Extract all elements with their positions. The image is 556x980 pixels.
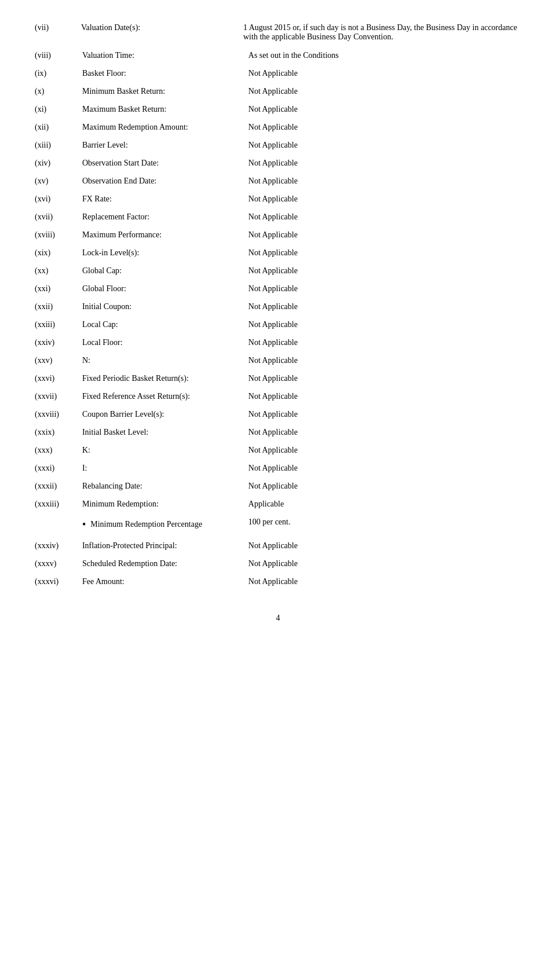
row-value: As set out in the Conditions: [248, 46, 521, 64]
row-num: (x): [35, 82, 82, 100]
row-num: (xxxi): [35, 459, 82, 477]
table-row: (xii)Maximum Redemption Amount:Not Appli…: [35, 118, 521, 136]
table-row: (xxvi)Fixed Periodic Basket Return(s):No…: [35, 369, 521, 387]
row-value: Not Applicable: [248, 100, 521, 118]
row-value: Not Applicable: [248, 64, 521, 82]
row-label: Inflation-Protected Principal:: [82, 537, 248, 555]
row-value: Not Applicable: [248, 262, 521, 280]
row-label: Barrier Level:: [82, 136, 248, 154]
row-num: (xxviii): [35, 405, 82, 423]
row-num: (xx): [35, 262, 82, 280]
table-row: (xxxv)Scheduled Redemption Date:Not Appl…: [35, 555, 521, 572]
row-value: Not Applicable: [248, 226, 521, 244]
row-label: I:: [82, 459, 248, 477]
row-label: Coupon Barrier Level(s):: [82, 405, 248, 423]
row-value: Not Applicable: [248, 172, 521, 190]
row-label: Scheduled Redemption Date:: [82, 555, 248, 572]
row-num: (xxxiv): [35, 537, 82, 555]
table-row: (xv)Observation End Date:Not Applicable: [35, 172, 521, 190]
table-row: (ix)Basket Floor:Not Applicable: [35, 64, 521, 82]
row-label: Rebalancing Date:: [82, 477, 248, 495]
row-num: (xvii): [35, 208, 82, 226]
table-row: (xxx)K:Not Applicable: [35, 441, 521, 459]
table-row: (viii)Valuation Time:As set out in the C…: [35, 46, 521, 64]
row-num: (xxiv): [35, 333, 82, 351]
row-label: Observation End Date:: [82, 172, 248, 190]
bullet-row: •Minimum Redemption Percentage100 per ce…: [35, 513, 521, 537]
table-row: (xxxi)I:Not Applicable: [35, 459, 521, 477]
row-num: (xxxiii): [35, 495, 82, 513]
table-row: (xxxiv)Inflation-Protected Principal:Not…: [35, 537, 521, 555]
row-value: Not Applicable: [248, 280, 521, 298]
table-row: (xix)Lock-in Level(s):Not Applicable: [35, 244, 521, 262]
row-value: Not Applicable: [248, 555, 521, 572]
row-value: Applicable: [248, 495, 521, 513]
table-row: (xxvii)Fixed Reference Asset Return(s):N…: [35, 387, 521, 405]
row-label: K:: [82, 441, 248, 459]
row-label: Replacement Factor:: [82, 208, 248, 226]
bullet-dot-icon: •: [82, 518, 86, 531]
row-num: (viii): [35, 46, 82, 64]
row-num: (xxxvi): [35, 572, 82, 590]
row-value: Not Applicable: [248, 351, 521, 369]
row-value: Not Applicable: [248, 333, 521, 351]
row-num: (xiv): [35, 154, 82, 172]
table-row: (x)Minimum Basket Return:Not Applicable: [35, 82, 521, 100]
row-label: Fixed Periodic Basket Return(s):: [82, 369, 248, 387]
row-num: (xi): [35, 100, 82, 118]
table-row: (xxv)N:Not Applicable: [35, 351, 521, 369]
row-num: (xxii): [35, 298, 82, 315]
table-row: (xxviii)Coupon Barrier Level(s):Not Appl…: [35, 405, 521, 423]
row-label: N:: [82, 351, 248, 369]
row-label: FX Rate:: [82, 190, 248, 208]
row-label: Initial Basket Level:: [82, 423, 248, 441]
row-value: Not Applicable: [248, 82, 521, 100]
row-label: Fixed Reference Asset Return(s):: [82, 387, 248, 405]
page-number: 4: [35, 614, 521, 623]
table-row: (xxix)Initial Basket Level:Not Applicabl…: [35, 423, 521, 441]
row-value-vii: 1 August 2015 or, if such day is not a B…: [243, 23, 521, 42]
table-row: (xiii)Barrier Level:Not Applicable: [35, 136, 521, 154]
row-label-vii: Valuation Date(s):: [81, 23, 243, 42]
row-num: (xix): [35, 244, 82, 262]
row-num: (xii): [35, 118, 82, 136]
table-row: (xvi)FX Rate:Not Applicable: [35, 190, 521, 208]
row-num: (xxxv): [35, 555, 82, 572]
row-label: Local Cap:: [82, 315, 248, 333]
table-row: (xxiii)Local Cap:Not Applicable: [35, 315, 521, 333]
row-value: Not Applicable: [248, 441, 521, 459]
bullet-empty-num: [35, 513, 82, 537]
table-row: (xiv)Observation Start Date:Not Applicab…: [35, 154, 521, 172]
table-row: (xvii)Replacement Factor:Not Applicable: [35, 208, 521, 226]
table-row: (xxiv)Local Floor:Not Applicable: [35, 333, 521, 351]
row-num: (xiii): [35, 136, 82, 154]
row-label: Valuation Time:: [82, 46, 248, 64]
row-num: (xxv): [35, 351, 82, 369]
table-row: (xxi)Global Floor:Not Applicable: [35, 280, 521, 298]
row-label: Global Floor:: [82, 280, 248, 298]
row-value: Not Applicable: [248, 118, 521, 136]
row-label: Minimum Basket Return:: [82, 82, 248, 100]
row-label: Maximum Performance:: [82, 226, 248, 244]
row-value: Not Applicable: [248, 423, 521, 441]
row-label: Local Floor:: [82, 333, 248, 351]
table-row: (xxxiii)Minimum Redemption:Applicable: [35, 495, 521, 513]
row-label: Fee Amount:: [82, 572, 248, 590]
row-num: (xxxii): [35, 477, 82, 495]
row-value: Not Applicable: [248, 154, 521, 172]
row-value: Not Applicable: [248, 298, 521, 315]
row-value: Not Applicable: [248, 190, 521, 208]
row-label: Lock-in Level(s):: [82, 244, 248, 262]
row-value: Not Applicable: [248, 136, 521, 154]
table-row: (xxxvi)Fee Amount:Not Applicable: [35, 572, 521, 590]
row-value: Not Applicable: [248, 459, 521, 477]
row-value: Not Applicable: [248, 387, 521, 405]
row-value: Not Applicable: [248, 477, 521, 495]
row-label: Global Cap:: [82, 262, 248, 280]
table-row: (xxii)Initial Coupon:Not Applicable: [35, 298, 521, 315]
content-table: (viii)Valuation Time:As set out in the C…: [35, 46, 521, 590]
row-label: Minimum Redemption:: [82, 495, 248, 513]
row-num: (xxi): [35, 280, 82, 298]
row-num: (xxiii): [35, 315, 82, 333]
row-value: Not Applicable: [248, 244, 521, 262]
